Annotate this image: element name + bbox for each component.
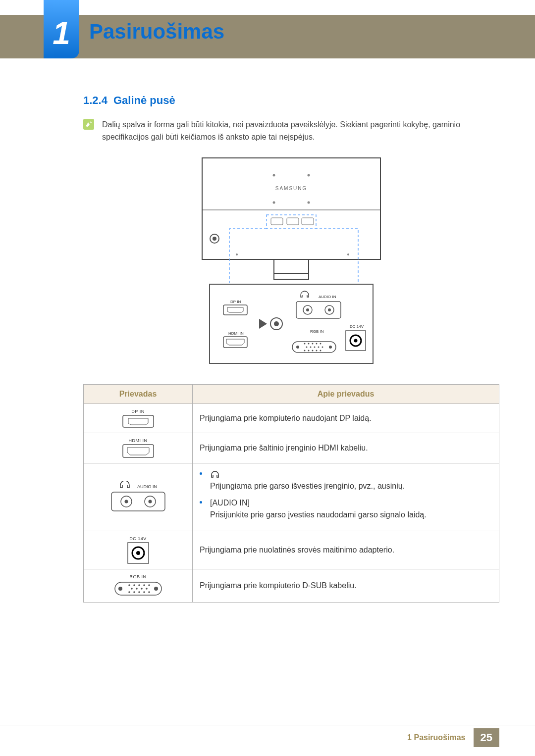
footer-text: 1 Pasiruošimas xyxy=(399,729,473,746)
svg-point-73 xyxy=(148,591,150,593)
diagram-dc-label: DC 14V xyxy=(350,324,364,329)
svg-point-30 xyxy=(308,343,310,344)
svg-point-43 xyxy=(320,350,321,351)
svg-point-69 xyxy=(128,591,130,593)
svg-point-24 xyxy=(306,308,309,311)
svg-rect-50 xyxy=(111,492,165,511)
svg-point-41 xyxy=(312,350,314,351)
svg-point-46 xyxy=(354,339,358,342)
svg-point-34 xyxy=(306,346,308,348)
svg-point-29 xyxy=(304,343,306,344)
table-row: RGB IN Prijungiama prie kom xyxy=(84,569,499,602)
rear-diagram: SAMSUNG DP IN xyxy=(83,155,499,370)
audio-out-text: Prijungiama prie garso išvesties įrengin… xyxy=(210,480,492,492)
svg-point-33 xyxy=(320,343,321,344)
svg-point-40 xyxy=(308,350,310,351)
svg-point-4 xyxy=(308,174,310,176)
port-hdmi-label: HDMI IN xyxy=(91,438,185,443)
svg-point-5 xyxy=(273,201,275,203)
diagram-rgb-label: RGB IN xyxy=(310,329,324,334)
svg-point-61 xyxy=(133,584,135,586)
svg-rect-47 xyxy=(123,415,154,427)
header-band xyxy=(0,15,535,58)
port-dp: DP IN xyxy=(84,403,193,433)
svg-point-31 xyxy=(312,343,314,344)
dc-port-icon xyxy=(127,542,149,564)
section-heading: 1.2.4Galinė pusė xyxy=(83,94,499,107)
table-row: DC 14V Prijungiama prie nuolatinės srovė… xyxy=(84,531,499,569)
svg-point-67 xyxy=(141,588,143,590)
port-dc: DC 14V xyxy=(84,531,193,569)
section-title: Galinė pusė xyxy=(113,94,175,106)
bullet-icon xyxy=(200,501,202,504)
diagram-dp-label: DP IN xyxy=(230,300,241,304)
chapter-tab: 1 xyxy=(44,0,79,58)
note-icon xyxy=(83,119,94,130)
port-dp-desc: Prijungiama prie kompiuterio naudojant D… xyxy=(193,403,499,433)
note-text: Dalių spalva ir forma gali būti kitokia,… xyxy=(102,119,499,144)
svg-point-26 xyxy=(328,308,331,311)
svg-point-72 xyxy=(143,591,145,593)
dp-port-icon xyxy=(122,415,154,428)
svg-point-63 xyxy=(143,584,145,586)
port-hdmi-desc: Prijungiama prie šaltinio įrenginio HDMI… xyxy=(193,433,499,463)
diagram-hdmi-label: HDMI IN xyxy=(228,331,244,336)
table-row: DP IN Prijungiama prie kompiuterio naudo… xyxy=(84,403,499,433)
svg-rect-16 xyxy=(274,273,309,279)
table-row: HDMI IN Prijungiama prie šaltinio įrengi… xyxy=(84,433,499,463)
footer-rule xyxy=(0,725,535,725)
ports-header-port: Prievadas xyxy=(84,384,193,403)
diagram-audio-label: AUDIO IN xyxy=(319,295,336,299)
svg-point-14 xyxy=(347,253,349,255)
content-area: 1.2.4Galinė pusė Dalių spalva ir forma g… xyxy=(83,94,499,603)
page-number: 25 xyxy=(474,728,499,747)
port-rgb: RGB IN xyxy=(84,569,193,602)
brand-text: SAMSUNG xyxy=(275,186,308,191)
port-hdmi: HDMI IN xyxy=(84,433,193,463)
port-dc-label: DC 14V xyxy=(91,536,185,541)
section-number: 1.2.4 xyxy=(83,94,107,107)
svg-point-39 xyxy=(304,350,306,351)
svg-point-71 xyxy=(138,591,140,593)
headphones-icon xyxy=(210,469,220,478)
chapter-title: Pasiruošimas xyxy=(89,20,224,44)
audio-port-icon: AUDIO IN xyxy=(108,481,168,513)
svg-point-57 xyxy=(136,551,140,555)
table-row: AUDIO IN xyxy=(84,463,499,531)
svg-point-27 xyxy=(296,346,299,349)
audio-in-text: Prisijunkite prie garso įvesties naudoda… xyxy=(210,509,492,521)
svg-point-65 xyxy=(131,588,133,590)
svg-point-64 xyxy=(148,584,150,586)
svg-point-21 xyxy=(274,321,279,326)
svg-point-32 xyxy=(316,343,318,344)
footer: 1 Pasiruošimas 25 xyxy=(0,728,535,747)
port-audio: AUDIO IN xyxy=(84,463,193,531)
note: Dalių spalva ir forma gali būti kitokia,… xyxy=(83,119,499,144)
hdmi-port-icon xyxy=(122,444,154,458)
svg-point-13 xyxy=(236,253,238,255)
svg-text:AUDIO IN: AUDIO IN xyxy=(137,484,157,489)
port-rgb-desc: Prijungiama prie kompiuterio D-SUB kabel… xyxy=(193,569,499,602)
svg-point-3 xyxy=(273,174,275,176)
svg-point-6 xyxy=(308,201,310,203)
svg-rect-15 xyxy=(274,259,309,273)
monitor-rear-svg: SAMSUNG DP IN xyxy=(200,155,383,368)
audio-in-label: [AUDIO IN] xyxy=(210,497,492,509)
page: 1 Pasiruošimas 1.2.4Galinė pusė Dalių sp… xyxy=(0,0,535,756)
rgb-port-icon xyxy=(114,580,162,597)
svg-point-54 xyxy=(148,500,152,503)
svg-point-37 xyxy=(318,346,320,348)
port-rgb-label: RGB IN xyxy=(91,574,185,579)
svg-point-59 xyxy=(154,587,158,591)
port-dp-label: DP IN xyxy=(91,409,185,414)
svg-point-58 xyxy=(118,587,122,591)
bullet-icon xyxy=(200,472,202,475)
ports-header-desc: Apie prievadus xyxy=(193,384,499,403)
svg-point-52 xyxy=(124,500,128,503)
svg-point-60 xyxy=(128,584,130,586)
ports-table: Prievadas Apie prievadus DP IN Prijungia… xyxy=(83,384,499,603)
svg-point-70 xyxy=(133,591,135,593)
svg-point-36 xyxy=(314,346,316,348)
svg-point-68 xyxy=(146,588,148,590)
port-dc-desc: Prijungiama prie nuolatinės srovės maiti… xyxy=(193,531,499,569)
